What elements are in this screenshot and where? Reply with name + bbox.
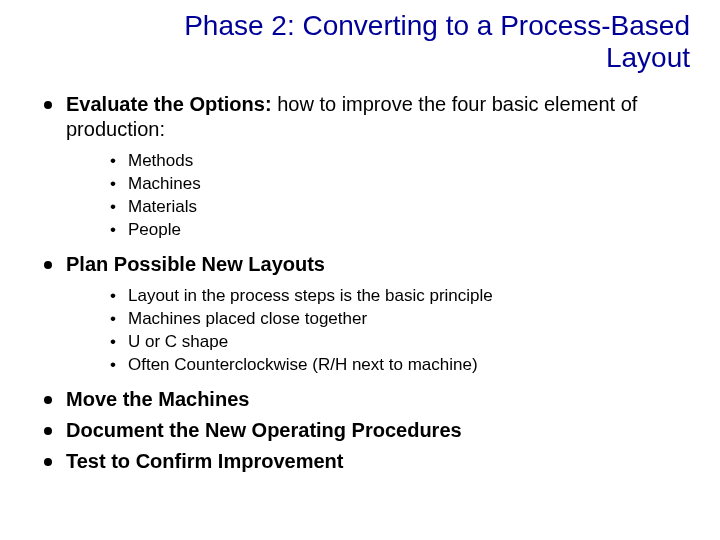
slide: Phase 2: Converting to a Process-Based L… — [0, 0, 720, 540]
sub-list: Layout in the process steps is the basic… — [66, 285, 690, 377]
bullet-lead: Document the New Operating Procedures — [66, 419, 462, 441]
main-list: Evaluate the Options: how to improve the… — [30, 92, 690, 474]
sub-item: U or C shape — [106, 331, 690, 354]
sub-list: Methods Machines Materials People — [66, 150, 690, 242]
bullet-lead: Test to Confirm Improvement — [66, 450, 343, 472]
sub-item: Methods — [106, 150, 690, 173]
bullet-document-procedures: Document the New Operating Procedures — [40, 418, 690, 443]
bullet-test-improvement: Test to Confirm Improvement — [40, 449, 690, 474]
sub-item: People — [106, 219, 690, 242]
bullet-move-machines: Move the Machines — [40, 387, 690, 412]
sub-item: Often Counterclockwise (R/H next to mach… — [106, 354, 690, 377]
bullet-evaluate-options: Evaluate the Options: how to improve the… — [40, 92, 690, 242]
sub-item: Materials — [106, 196, 690, 219]
bullet-plan-layouts: Plan Possible New Layouts Layout in the … — [40, 252, 690, 377]
sub-item: Machines — [106, 173, 690, 196]
sub-item: Layout in the process steps is the basic… — [106, 285, 690, 308]
sub-item: Machines placed close together — [106, 308, 690, 331]
slide-title: Phase 2: Converting to a Process-Based L… — [30, 10, 690, 74]
bullet-lead: Move the Machines — [66, 388, 249, 410]
bullet-lead: Plan Possible New Layouts — [66, 253, 325, 275]
bullet-lead: Evaluate the Options: — [66, 93, 272, 115]
